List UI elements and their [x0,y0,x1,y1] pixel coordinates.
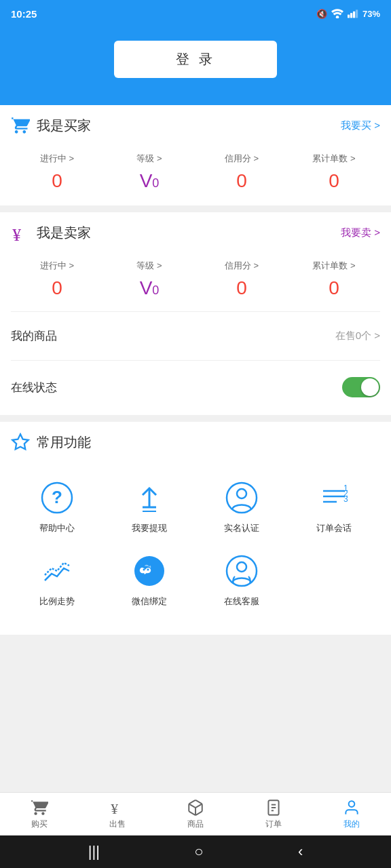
nav-orders[interactable]: 订单 [235,793,313,835]
svg-rect-4 [356,9,358,18]
function-order-chat[interactable]: 1 2 3 订单会话 [288,471,380,544]
online-status-toggle[interactable] [342,377,380,397]
buyer-title-group: 我是买家 [11,116,91,135]
nav-mine-icon [342,798,361,817]
service-icon [224,553,259,589]
seller-stat-inprogress[interactable]: 进行中 > 0 [11,260,103,299]
svg-point-22 [147,569,149,571]
nav-sell-icon: ¥ [108,798,127,817]
nav-goods[interactable]: 商品 [156,793,234,835]
realname-label: 实名认证 [224,522,259,534]
seller-stat-inprogress-label: 进行中 > [11,260,103,272]
seller-link[interactable]: 我要卖 > [341,226,380,239]
svg-point-13 [237,489,246,498]
help-center-label: 帮助中心 [39,522,75,534]
online-status-label: 在线状态 [11,380,57,395]
nav-buy-icon [30,798,49,817]
function-withdraw[interactable]: 我要提现 [103,471,196,544]
buyer-stat-credit[interactable]: 信用分 > 0 [196,153,288,192]
wifi-icon [331,9,343,18]
my-products-count: 在售0个 > [335,330,380,341]
divider-2 [11,360,380,361]
mute-icon: 🔇 [316,9,327,19]
cart-icon [11,116,30,135]
online-status-row: 在线状态 [11,370,380,404]
seller-section: ¥ 我是卖家 我要卖 > 进行中 > 0 等级 > V0 信用分 > 0 累计单… [0,212,391,415]
seller-stat-inprogress-value: 0 [11,277,103,299]
seller-stat-credit[interactable]: 信用分 > 0 [196,260,288,299]
seller-stats: 进行中 > 0 等级 > V0 信用分 > 0 累计单数 > 0 [11,254,380,302]
seller-v-number: 0 [152,283,159,297]
svg-point-0 [336,16,339,18]
function-ratio-trend[interactable]: 比例走势 [11,544,103,617]
nav-home-icon[interactable]: ○ [194,843,203,861]
nav-mine[interactable]: 我的 [313,793,391,835]
order-chat-label: 订单会话 [316,522,352,534]
svg-text:¥: ¥ [111,801,118,816]
nav-sell[interactable]: ¥ 出售 [78,793,156,835]
signal-icon [348,9,358,18]
seller-title: 我是卖家 [37,224,91,242]
buyer-link[interactable]: 我要买 > [341,119,380,132]
ratio-trend-label: 比例走势 [39,595,75,608]
svg-text:?: ? [52,487,62,507]
svg-text:¥: ¥ [12,225,21,242]
svg-point-31 [349,801,355,807]
wechat-bind-label: 微信绑定 [132,595,167,608]
nav-recent-icon[interactable]: ||| [88,843,100,861]
function-realname[interactable]: 实名认证 [196,471,288,544]
nav-mine-label: 我的 [343,818,360,830]
v-prefix: V [140,170,153,191]
seller-header: ¥ 我是卖家 我要卖 > [11,223,380,242]
login-button[interactable]: 登 录 [114,41,277,78]
realname-icon [224,480,259,515]
seller-title-group: ¥ 我是卖家 [11,223,91,242]
yen-icon: ¥ [11,223,30,242]
svg-point-24 [237,562,246,572]
seller-stat-credit-label: 信用分 > [196,260,288,272]
v-number: 0 [152,176,159,190]
functions-title: 常用功能 [37,433,91,452]
spacer [0,642,391,723]
seller-stat-level-label: 等级 > [103,260,196,272]
seller-stat-total[interactable]: 累计单数 > 0 [288,260,380,299]
function-help-center[interactable]: ? 帮助中心 [11,471,103,544]
nav-orders-label: 订单 [265,818,282,830]
wechat-icon [132,553,167,589]
nav-orders-icon [264,798,283,817]
buyer-stat-level-value: V0 [103,170,196,192]
buyer-header: 我是买家 我要买 > [11,116,380,135]
withdraw-icon [132,480,167,515]
buyer-stat-credit-label: 信用分 > [196,153,288,165]
seller-stat-level[interactable]: 等级 > V0 [103,260,196,299]
function-online-service[interactable]: 在线客服 [196,544,288,617]
seller-stat-credit-value: 0 [196,277,288,299]
buyer-stat-credit-value: 0 [196,170,288,192]
svg-marker-6 [12,434,28,449]
nav-goods-label: 商品 [187,818,204,830]
online-service-label: 在线客服 [224,595,259,608]
seller-stat-total-value: 0 [288,277,380,299]
buyer-stats: 进行中 > 0 等级 > V0 信用分 > 0 累计单数 > 0 [11,147,380,195]
my-products-row[interactable]: 我的商品 在售0个 > [11,321,380,351]
svg-text:3: 3 [343,494,348,504]
status-right: 🔇 73% [316,9,380,19]
buyer-stat-inprogress-label: 进行中 > [11,153,103,165]
svg-rect-2 [350,13,352,18]
buyer-stat-level-label: 等级 > [103,153,196,165]
nav-buy[interactable]: 购买 [0,793,78,835]
battery-text: 73% [362,9,380,19]
orderchat-icon: 1 2 3 [316,480,352,515]
buyer-stat-total[interactable]: 累计单数 > 0 [288,153,380,192]
functions-grid: ? 帮助中心 我要提现 [11,464,380,624]
nav-back-icon[interactable]: ‹ [298,843,303,861]
buyer-stat-inprogress[interactable]: 进行中 > 0 [11,153,103,192]
function-wechat-bind[interactable]: 微信绑定 [103,544,196,617]
functions-title-group: 常用功能 [11,433,91,452]
nav-buy-label: 购买 [31,818,48,830]
status-bar: 10:25 🔇 73% [0,0,391,27]
seller-v-prefix: V [140,277,153,298]
header-section: 登 录 [0,27,391,105]
buyer-stat-level[interactable]: 等级 > V0 [103,153,196,192]
star-icon [11,433,30,452]
